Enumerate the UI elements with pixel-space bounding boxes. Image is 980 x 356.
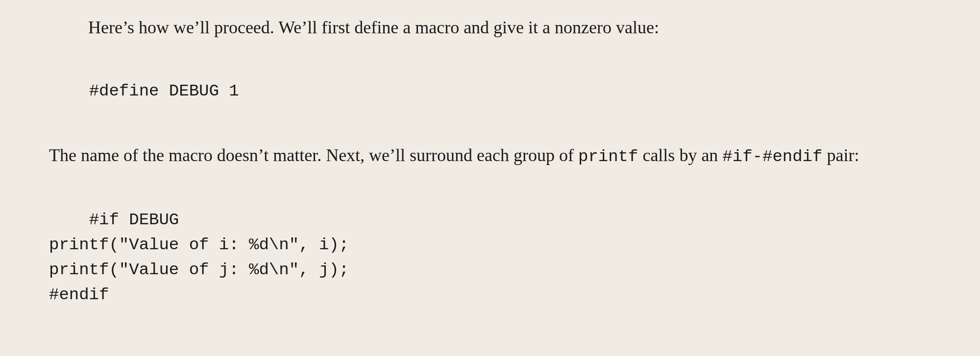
code-line-debug: #if DEBUG printf("Value of i: %d\n", i);…	[49, 211, 349, 304]
code-block-2: #if DEBUG printf("Value of i: %d\n", i);…	[49, 183, 951, 332]
body-text-middle: calls by an	[638, 145, 722, 165]
intro-text: Here’s how we’ll proceed. We’ll first de…	[88, 18, 659, 37]
body-text-after: pair:	[822, 145, 859, 165]
if-endif-inline: #if-#endif	[722, 147, 822, 166]
intro-paragraph: Here’s how we’ll proceed. We’ll first de…	[49, 15, 951, 40]
code-line-1: #define DEBUG 1	[89, 82, 239, 100]
page-container: Here’s how we’ll proceed. We’ll first de…	[0, 0, 980, 356]
code-block-1: #define DEBUG 1	[49, 54, 951, 129]
printf-inline: printf	[578, 147, 638, 166]
body-paragraph: The name of the macro doesn’t matter. Ne…	[49, 142, 951, 169]
body-text-before: The name of the macro doesn’t matter. Ne…	[49, 145, 578, 165]
